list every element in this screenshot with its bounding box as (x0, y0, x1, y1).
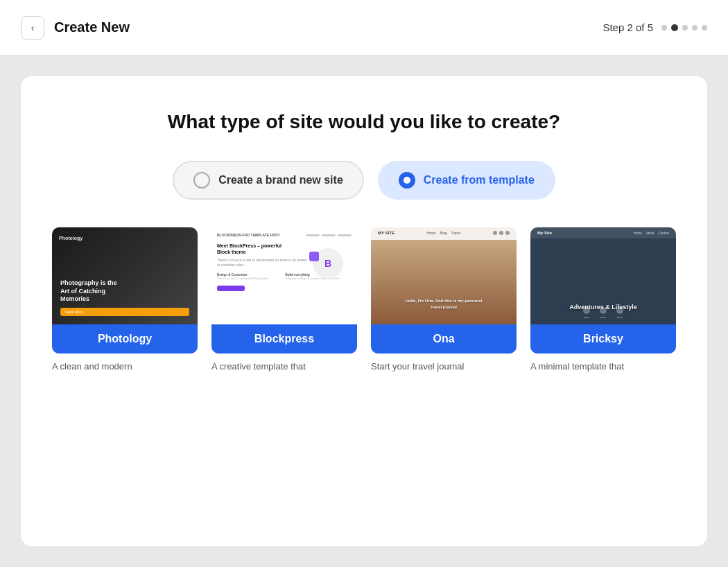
option-brand-new[interactable]: Create a brand new site (173, 161, 364, 200)
bp-hero-text: Meet BlockPress – powerful Block theme (217, 243, 293, 255)
bricksy-desc: A minimal template that (530, 360, 676, 373)
top-bar-right: Step 2 of 5 (603, 21, 707, 33)
bp-desc: There's no such a bad or opinionated as … (217, 258, 307, 268)
card: What type of site would you like to crea… (21, 76, 707, 546)
page-title: Create New (54, 19, 130, 35)
bricksy-icons: icon icon icon (583, 307, 623, 319)
step-dot-3 (682, 25, 688, 30)
photology-nav: Photology (52, 233, 198, 243)
bp-cta (217, 286, 245, 291)
top-bar: ‹ Create New Step 2 of 5 (0, 0, 728, 55)
bricksy-nav-links: Home About Contact (634, 232, 669, 235)
ona-logo: MY SITE (378, 231, 395, 235)
options-row: Create a brand new site Create from temp… (49, 161, 679, 200)
template-photology[interactable]: Photology Photography is the Art of Catc… (52, 227, 198, 373)
photology-cta: Learn More (60, 308, 189, 316)
bp-header: BLOCKPRESS-FOO TEMPLATE HOST (217, 233, 352, 237)
step-text: Step 2 of 5 (603, 21, 653, 33)
template-blockpress-preview: BLOCKPRESS-FOO TEMPLATE HOST Meet BlockP… (211, 227, 357, 324)
main-content: What type of site would you like to crea… (0, 55, 728, 567)
ona-circles (493, 231, 510, 235)
template-blockpress[interactable]: BLOCKPRESS-FOO TEMPLATE HOST Meet BlockP… (211, 227, 357, 373)
template-bricksy[interactable]: My Site Home About Contact Adventures & … (530, 227, 676, 373)
bp-b-letter: B (324, 258, 331, 269)
option-from-template-label: Create from template (424, 174, 535, 186)
radio-brand-new (193, 172, 210, 189)
template-bricksy-preview: My Site Home About Contact Adventures & … (530, 227, 676, 324)
blockpress-label: Blockpress (211, 324, 357, 354)
radio-from-template (399, 172, 415, 189)
bp-logo: BLOCKPRESS-FOO TEMPLATE HOST (217, 233, 279, 237)
ona-nav: MY SITE Home Blog Topics (371, 227, 517, 238)
bp-nav (306, 234, 352, 236)
bp-purple-dot (309, 252, 319, 261)
ona-overlay-text: Hello, I'm Ona. And this is my personal … (402, 298, 485, 311)
step-dot-5 (702, 25, 707, 30)
top-bar-left: ‹ Create New (21, 16, 130, 40)
photology-label: Photology (52, 324, 198, 354)
question-text: What type of site would you like to crea… (49, 111, 679, 133)
option-from-template[interactable]: Create from template (378, 161, 555, 200)
templates-grid: Photology Photography is the Art of Catc… (49, 227, 679, 373)
step-dots (661, 24, 707, 31)
step-dot-4 (692, 25, 697, 30)
ona-desc: Start your travel journal (371, 360, 517, 373)
template-ona[interactable]: MY SITE Home Blog Topics He (371, 227, 517, 373)
bricksy-label: Bricksy (530, 324, 676, 354)
ona-nav-links: Home Blog Topics (426, 231, 461, 235)
photology-hero-text: Photography is the Art of Catching Memor… (60, 279, 123, 304)
ona-label: Ona (371, 324, 517, 354)
photology-logo: Photology (59, 236, 83, 241)
ona-image: Hello, I'm Ona. And this is my personal … (371, 240, 517, 324)
bricksy-nav: My Site Home About Contact (530, 227, 676, 238)
bricksy-logo: My Site (537, 231, 552, 235)
step-dot-1 (661, 25, 667, 30)
blockpress-desc: A creative template that (211, 360, 357, 373)
template-ona-preview: MY SITE Home Blog Topics He (371, 227, 517, 324)
option-brand-new-label: Create a brand new site (218, 174, 343, 186)
step-dot-2 (671, 24, 678, 31)
template-photology-preview: Photology Photography is the Art of Catc… (52, 227, 198, 324)
back-button[interactable]: ‹ (21, 16, 44, 40)
photology-desc: A clean and modern (52, 360, 198, 373)
